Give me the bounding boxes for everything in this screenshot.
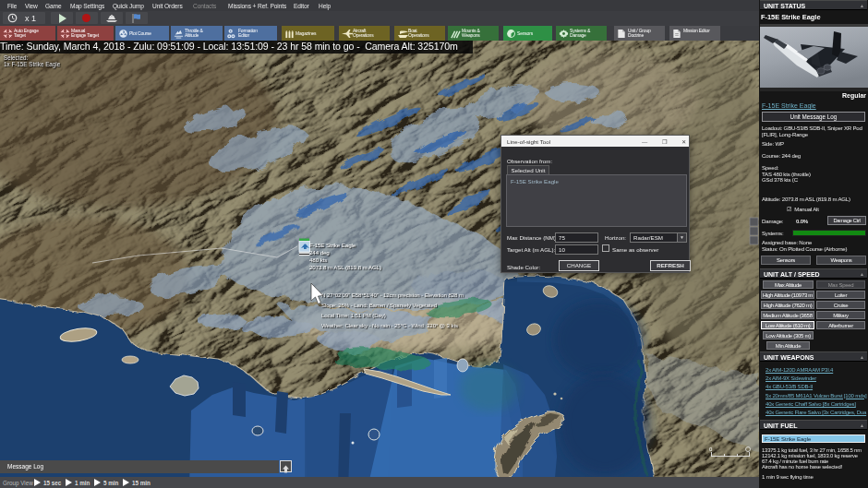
svg-text:244 deg: 244 deg bbox=[309, 249, 330, 256]
svg-text:Slope: 26% - Land: Barren / Sp: Slope: 26% - Land: Barren / Sparsely Veg… bbox=[321, 302, 437, 308]
svg-text:480 kts: 480 kts bbox=[309, 256, 327, 263]
svg-text:N 27°02'09" E58°51'40" - 12cm: N 27°02'09" E58°51'40" - 12cm precision … bbox=[321, 292, 464, 298]
svg-text:Weather: Clear sky - No rain -: Weather: Clear sky - No rain - 25°C - Wi… bbox=[321, 322, 458, 328]
svg-text:Local Time: 1:51 PM (Day): Local Time: 1:51 PM (Day) bbox=[321, 312, 386, 318]
svg-text:F-15E Strike Eagle: F-15E Strike Eagle bbox=[309, 242, 356, 248]
svg-text:2073.8 m ASL (819.8 m AGL): 2073.8 m ASL (819.8 m AGL) bbox=[309, 264, 381, 270]
